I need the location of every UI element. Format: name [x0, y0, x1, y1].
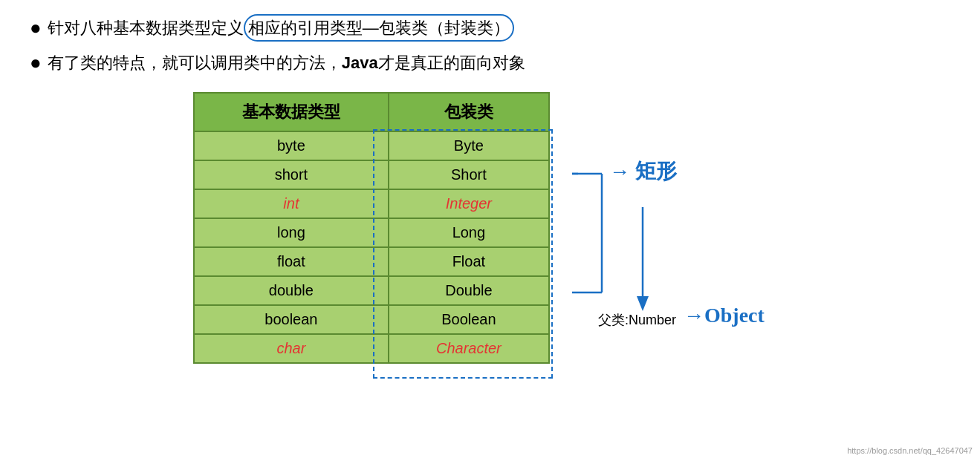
bullet-dot-2: ●: [30, 48, 42, 77]
wrapper-cell: Float: [389, 247, 549, 276]
main-content: ● 针对八种基本数据类型定义相应的引用类型—包装类（封装类） ● 有了类的特点，…: [0, 0, 980, 461]
col-header-wrapper: 包装类: [389, 93, 549, 131]
watermark: https://blog.csdn.net/qq_42647047: [847, 446, 973, 455]
primitive-cell: double: [194, 276, 389, 305]
primitive-cell: int: [194, 189, 389, 218]
wrapper-cell: Byte: [389, 131, 549, 160]
bullet-dot-1: ●: [30, 13, 42, 42]
wrapper-cell: Boolean: [389, 305, 549, 334]
primitive-cell: long: [194, 218, 389, 247]
table-row: intInteger: [194, 189, 549, 218]
arrow-object-text: →Object: [684, 304, 765, 327]
down-arrow-svg: [620, 207, 665, 318]
table-row: doubleDouble: [194, 276, 549, 305]
table-row: charCharacter: [194, 334, 549, 363]
table-row: byteByte: [194, 131, 549, 160]
wrapper-cell: Integer: [389, 189, 549, 218]
wrapper-cell: Character: [389, 334, 549, 363]
col-header-primitive: 基本数据类型: [194, 93, 389, 131]
wrapper-table: 基本数据类型 包装类 byteByteshortShortintIntegerl…: [193, 92, 550, 364]
primitive-cell: byte: [194, 131, 389, 160]
bullet-line-1: ● 针对八种基本数据类型定义相应的引用类型—包装类（封装类）: [30, 13, 950, 42]
primitive-cell: char: [194, 334, 389, 363]
wrapper-cell: Double: [389, 276, 549, 305]
table-area: 基本数据类型 包装类 byteByteshortShortintIntegerl…: [193, 92, 950, 461]
bullet-text-2: 有了类的特点，就可以调用类中的方法，Java才是真正的面向对象: [48, 50, 525, 75]
table-row: longLong: [194, 218, 549, 247]
primitive-cell: short: [194, 160, 389, 189]
bullet-text-1a: 针对八种基本数据类型定义: [48, 16, 244, 40]
table-row: booleanBoolean: [194, 305, 549, 334]
bullet-points: ● 针对八种基本数据类型定义相应的引用类型—包装类（封装类） ● 有了类的特点，…: [30, 13, 950, 77]
primitive-cell: float: [194, 247, 389, 276]
table-row: floatFloat: [194, 247, 549, 276]
arrow-juxing-text: → 矩形: [609, 157, 677, 186]
svg-marker-5: [637, 296, 649, 311]
primitive-cell: boolean: [194, 305, 389, 334]
wrapper-cell: Short: [389, 160, 549, 189]
highlight-circle: 相应的引用类型—包装类（封装类）: [244, 14, 514, 42]
wrapper-cell: Long: [389, 218, 549, 247]
bullet-line-2: ● 有了类的特点，就可以调用类中的方法，Java才是真正的面向对象: [30, 48, 950, 77]
table-row: shortShort: [194, 160, 549, 189]
data-table: 基本数据类型 包装类 byteByteshortShortintIntegerl…: [193, 92, 550, 364]
